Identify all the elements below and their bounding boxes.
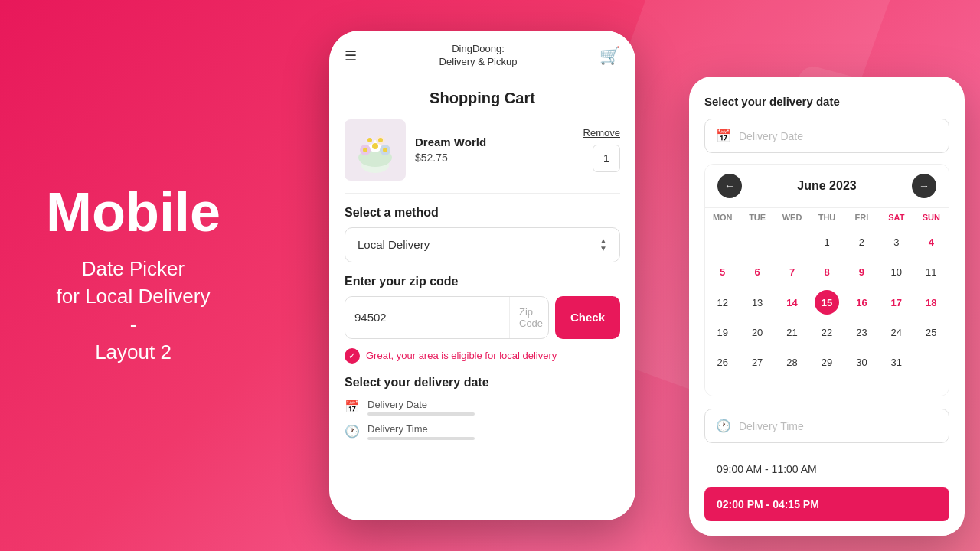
cal-day-21[interactable]: 21 (783, 321, 800, 344)
day-fri: FRI (844, 208, 879, 227)
cal-day-31[interactable]: 31 (888, 350, 905, 374)
cal-cell-empty (928, 357, 934, 369)
cal-day-5[interactable]: 5 (717, 260, 728, 284)
cal-day-23[interactable]: 23 (853, 321, 870, 344)
cal-day-22[interactable]: 22 (818, 321, 835, 344)
cal-cell-empty (789, 236, 795, 249)
cal-day-3[interactable]: 3 (890, 230, 902, 254)
cal-day-20[interactable]: 20 (749, 321, 766, 344)
hamburger-icon[interactable]: ☰ (345, 47, 357, 64)
clock-field-icon: 🕐 (345, 424, 360, 439)
delivery-date-section: Select your delivery date 📅 Delivery Dat… (345, 376, 620, 440)
cart-item-info: Dream World $52.75 (415, 135, 574, 164)
svg-point-9 (368, 138, 372, 142)
cal-day-1[interactable]: 1 (821, 230, 832, 254)
clock-icon: 🕐 (716, 419, 731, 433)
phone-date-picker: Select your delivery date 📅 Delivery Dat… (689, 77, 965, 536)
cal-day-18[interactable]: 18 (923, 291, 939, 315)
day-wed: WED (775, 208, 809, 227)
cal-header: ← June 2023 → (705, 165, 949, 207)
svg-point-5 (363, 148, 368, 152)
day-mon: MON (705, 208, 740, 227)
cal-day-11[interactable]: 11 (923, 260, 939, 284)
cal-day-24[interactable]: 24 (888, 321, 905, 344)
cart-item-price: $52.75 (415, 152, 574, 164)
day-sat: SAT (879, 208, 913, 227)
date-field: 📅 Delivery Date (345, 399, 620, 416)
zip-input[interactable] (345, 297, 509, 338)
left-panel: Mobile Date Picker for Local Delivery - … (46, 184, 220, 367)
cal-day-12[interactable]: 12 (714, 291, 730, 315)
time-field: 🕐 Delivery Time (345, 423, 620, 440)
cart-item: Dream World $52.75 Remove 1 (345, 119, 620, 194)
cal-day-28[interactable]: 28 (783, 350, 800, 374)
time-slot-3[interactable]: 05:00 PM - 06:30 PM (704, 523, 949, 536)
subtitle-sep: - (46, 311, 220, 338)
eligible-text: Great, your area is eligible for local d… (366, 350, 557, 361)
svg-point-11 (378, 138, 383, 142)
cal-days-header: MON TUE WED THU FRI SAT SUN (705, 207, 949, 227)
cal-day-30[interactable]: 30 (853, 350, 870, 374)
delivery-date-placeholder: Delivery Date (739, 130, 803, 142)
cal-month-year: June 2023 (797, 179, 856, 193)
cal-day-9[interactable]: 9 (856, 260, 867, 284)
cal-cell-empty (720, 236, 726, 249)
cal-day-25[interactable]: 25 (923, 321, 939, 344)
flower-image (348, 123, 402, 177)
main-title: Mobile (46, 184, 220, 240)
cal-day-8[interactable]: 8 (821, 260, 832, 284)
cal-cell-empty (720, 380, 726, 393)
cal-day-19[interactable]: 19 (714, 321, 730, 344)
svg-point-7 (383, 148, 387, 152)
delivery-time-input[interactable]: 🕐 Delivery Time (704, 409, 949, 443)
cal-day-7[interactable]: 7 (786, 260, 798, 284)
cal-day-6[interactable]: 6 (752, 260, 763, 284)
app-title: DingDoong: Delivery & Pickup (439, 43, 518, 69)
cal-day-15-today[interactable]: 15 (815, 290, 839, 315)
cal-day-16[interactable]: 16 (853, 291, 870, 315)
calendar-field-icon: 📅 (345, 399, 360, 414)
cal-day-2[interactable]: 2 (856, 230, 867, 254)
cal-section-title: Select your delivery date (704, 95, 949, 108)
cal-day-10[interactable]: 10 (888, 260, 905, 284)
cal-day-26[interactable]: 26 (714, 350, 730, 374)
cart-item-image (345, 119, 406, 181)
cart-icon[interactable]: 🛒 (599, 46, 620, 66)
method-value: Local Delivery (358, 238, 430, 251)
day-tue: TUE (740, 208, 774, 227)
subtitle: Date Picker for Local Delivery - Layout … (46, 255, 220, 367)
prev-month-button[interactable]: ← (717, 174, 742, 198)
cal-day-17[interactable]: 17 (888, 291, 905, 315)
cart-item-name: Dream World (415, 135, 574, 148)
subtitle-line2: for Local Delivery (46, 283, 220, 311)
cal-day-4[interactable]: 4 (926, 230, 937, 254)
cart-title: Shopping Cart (345, 90, 620, 107)
quantity-display: 1 (593, 145, 620, 172)
time-slot-1[interactable]: 09:00 AM - 11:00 AM (704, 452, 949, 486)
zip-row: Zip Code Check (345, 296, 620, 339)
delivery-time-placeholder: Delivery Time (739, 420, 804, 432)
phone-content: Shopping Cart (329, 77, 635, 520)
check-button[interactable]: Check (555, 296, 620, 339)
eligible-message: Great, your area is eligible for local d… (345, 348, 620, 364)
select-arrows-icon: ▲▼ (599, 237, 607, 253)
date-field-info: Delivery Date (368, 399, 620, 416)
time-slots: 09:00 AM - 11:00 AM 02:00 PM - 04:15 PM … (704, 452, 949, 536)
cal-grid: 1 2 3 4 5 6 7 8 9 10 11 12 13 14 15 16 1… (705, 227, 949, 396)
delivery-date-input[interactable]: 📅 Delivery Date (704, 119, 949, 153)
cal-day-27[interactable]: 27 (749, 350, 766, 374)
time-field-bar (368, 437, 475, 440)
next-month-button[interactable]: → (912, 174, 936, 198)
cal-day-13[interactable]: 13 (749, 291, 766, 315)
time-slot-2[interactable]: 02:00 PM - 04:15 PM (704, 487, 949, 521)
zip-input-wrapper: Zip Code (345, 296, 549, 339)
zip-label: Enter your zip code (345, 275, 620, 289)
cal-day-14[interactable]: 14 (783, 291, 800, 315)
remove-button[interactable]: Remove (583, 127, 620, 139)
cal-cell-empty (754, 236, 760, 249)
subtitle-line1: Date Picker (46, 255, 220, 282)
cal-day-29[interactable]: 29 (818, 350, 835, 374)
check-circle-icon (345, 348, 360, 364)
method-select[interactable]: Local Delivery ▲▼ (345, 227, 620, 262)
select-method-label: Select a method (345, 206, 620, 220)
